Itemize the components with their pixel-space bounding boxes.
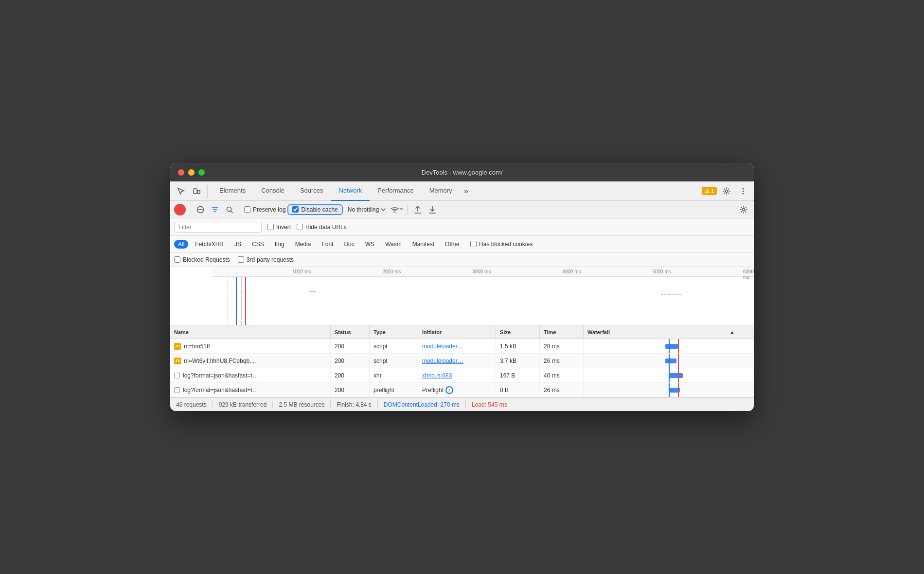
filter-input[interactable] — [174, 222, 262, 233]
disable-cache-checkbox[interactable] — [292, 206, 299, 213]
tab-console[interactable]: Console — [253, 181, 292, 201]
th-initiator[interactable]: Initiator — [418, 325, 496, 339]
preserve-log-label[interactable]: Preserve log — [244, 206, 285, 213]
type-filter-css[interactable]: CSS — [248, 240, 268, 249]
td-type-1: script — [370, 339, 418, 353]
initiator-link-1[interactable]: moduleloader… — [422, 343, 463, 350]
row-name-2: m=Wt6vjf,hhhU8,FCpbqb,... — [184, 358, 256, 364]
td-time-4: 26 ms — [540, 383, 584, 397]
settings-gear-icon — [740, 206, 747, 214]
disable-cache-label[interactable]: Disable cache — [292, 206, 338, 213]
hide-data-urls-checkbox[interactable] — [297, 224, 303, 230]
invert-label[interactable]: Invert — [267, 224, 291, 231]
td-status-2: 200 — [331, 354, 370, 368]
wifi-settings-icon[interactable] — [391, 203, 403, 216]
network-toolbar: Preserve log Disable cache No throttling — [170, 201, 754, 218]
blocked-requests-label[interactable]: Blocked Requests — [174, 256, 230, 263]
device-icon[interactable] — [190, 184, 203, 198]
tab-sources[interactable]: Sources — [292, 181, 331, 201]
cursor-icon[interactable] — [174, 184, 188, 198]
waterfall-vline-blue-2 — [669, 354, 670, 368]
tab-memory[interactable]: Memory — [422, 181, 460, 201]
timeline-load-line — [245, 277, 246, 325]
record-button[interactable] — [174, 204, 186, 215]
initiator-link-3[interactable]: xhrio.js:683 — [422, 372, 452, 379]
td-initiator-3: xhrio.js:683 — [418, 368, 496, 382]
sort-arrow-icon: ▲ — [729, 329, 735, 335]
filter-button[interactable] — [209, 203, 221, 216]
initiator-link-2[interactable]: moduleloader… — [422, 358, 463, 364]
table-row[interactable]: log?format=json&hasfast=t… 200 xhr xhrio… — [170, 368, 754, 383]
table-row[interactable]: log?format=json&hasfast=t… 200 preflight… — [170, 383, 754, 397]
td-time-3: 40 ms — [540, 368, 584, 382]
tab-network[interactable]: Network — [331, 181, 370, 201]
upload-icon[interactable] — [411, 203, 424, 216]
waterfall-vline-red-3 — [678, 368, 679, 382]
type-filter-js[interactable]: JS — [231, 240, 245, 249]
th-time[interactable]: Time — [540, 325, 584, 339]
tab-elements[interactable]: Elements — [212, 181, 253, 201]
has-blocked-cookies-checkbox[interactable] — [470, 241, 477, 247]
type-filter-media[interactable]: Media — [291, 240, 315, 249]
more-options-button[interactable] — [736, 184, 750, 198]
type-filter-other[interactable]: Other — [441, 240, 463, 249]
status-load: Load: 545 ms — [466, 401, 513, 408]
notification-badge[interactable]: ⚠ 1 — [702, 187, 717, 195]
th-size[interactable]: Size — [496, 325, 540, 339]
td-waterfall-4 — [584, 383, 754, 397]
th-waterfall[interactable]: Waterfall ▲ — [584, 325, 739, 339]
type-filter-manifest[interactable]: Manifest — [409, 240, 438, 249]
table-row[interactable]: JS m=Wt6vjf,hhhU8,FCpbqb,... 200 script … — [170, 354, 754, 368]
type-filter-img[interactable]: Img — [271, 240, 288, 249]
td-size-4: 0 B — [496, 383, 540, 397]
titlebar: DevTools - www.google.com/ — [170, 163, 754, 181]
th-name[interactable]: Name — [170, 325, 331, 339]
th-type[interactable]: Type — [370, 325, 418, 339]
ruler-mark-3000: 3000 ms — [472, 269, 491, 274]
disable-cache-text: Disable cache — [301, 206, 338, 213]
th-status[interactable]: Status — [331, 325, 370, 339]
close-button[interactable] — [178, 169, 184, 176]
type-filter-wasm[interactable]: Wasm — [381, 240, 406, 249]
devtools-body: Elements Console Sources Network Perform… — [170, 181, 754, 411]
disable-cache-wrapper: Disable cache — [287, 204, 342, 215]
third-party-checkbox[interactable] — [238, 256, 244, 263]
network-settings-icon[interactable] — [737, 203, 750, 216]
ruler-mark-1000: 1000 ms — [292, 269, 311, 274]
td-name-3: log?format=json&hasfast=t… — [170, 368, 331, 382]
has-blocked-cookies-label[interactable]: Has blocked cookies — [470, 241, 533, 248]
upload-arrow-icon — [414, 206, 421, 214]
tab-more[interactable]: » — [460, 187, 472, 196]
status-finish: Finish: 4.84 s — [331, 401, 377, 408]
type-filter-fetch-xhr[interactable]: Fetch/XHR — [191, 240, 228, 249]
type-filter-doc[interactable]: Doc — [340, 240, 358, 249]
script-icon-2: JS — [174, 358, 181, 364]
settings-button[interactable] — [720, 184, 733, 198]
preserve-log-checkbox[interactable] — [244, 206, 250, 213]
download-icon[interactable] — [426, 203, 439, 216]
minimize-button[interactable] — [188, 169, 195, 176]
td-status-4: 200 — [331, 383, 370, 397]
throttling-select[interactable]: No throttling — [345, 205, 389, 214]
type-filter-ws[interactable]: WS — [361, 240, 378, 249]
maximize-button[interactable] — [198, 169, 205, 176]
third-party-label[interactable]: 3rd-party requests — [238, 256, 294, 263]
tab-performance[interactable]: Performance — [370, 181, 421, 201]
waterfall-vline-red-4 — [678, 383, 679, 397]
clear-button[interactable] — [194, 203, 207, 216]
type-filter-all[interactable]: All — [174, 240, 188, 249]
type-filter-font[interactable]: Font — [318, 240, 337, 249]
blocked-requests-checkbox[interactable] — [174, 256, 180, 263]
tab-bar: Elements Console Sources Network Perform… — [170, 181, 754, 201]
td-initiator-4: Preflight ↑ — [418, 383, 496, 397]
invert-checkbox[interactable] — [267, 224, 274, 230]
status-bar: 46 requests 929 kB transferred 2.5 MB re… — [170, 397, 754, 411]
type-filter-row: All Fetch/XHR JS CSS Img Media Font Doc … — [170, 236, 754, 252]
script-icon-1: JS — [174, 343, 181, 350]
table-row[interactable]: JS m=bm51tf 200 script moduleloader… 1.5… — [170, 339, 754, 354]
search-button[interactable] — [223, 203, 236, 216]
waterfall-bar-1 — [665, 344, 678, 349]
hide-data-urls-label[interactable]: Hide data URLs — [297, 224, 347, 231]
network-table: Name Status Type Initiator Size Time Wat… — [170, 325, 754, 397]
tab-icons — [174, 184, 208, 198]
